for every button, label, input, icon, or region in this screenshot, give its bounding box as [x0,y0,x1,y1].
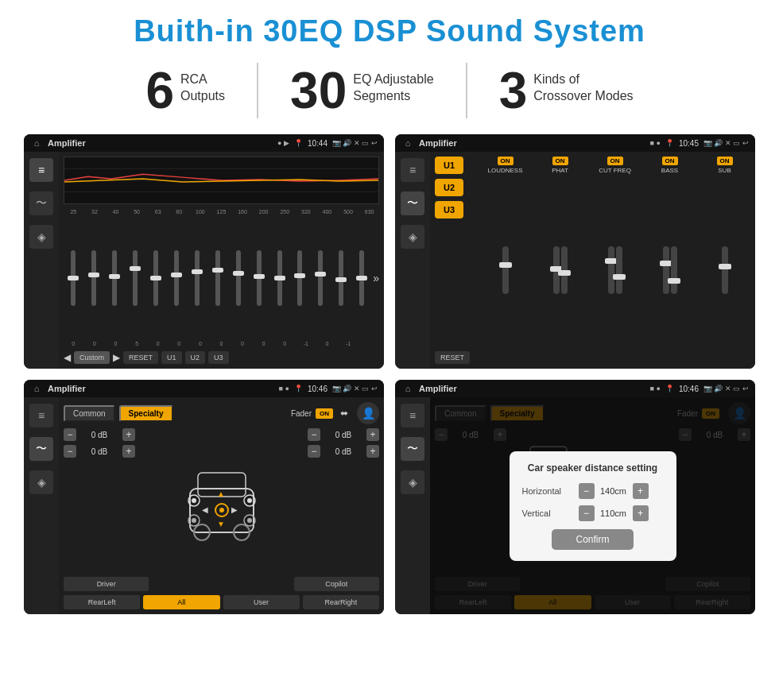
screen2-content: ≡ 〜 ◈ U1 U2 U3 RESET [395,152,755,369]
amp-u3-btn[interactable]: U3 [435,201,463,219]
sidebar-speaker-icon[interactable]: ◈ [29,225,53,249]
bass-slider-1[interactable] [663,246,669,294]
fader-minus-1[interactable]: − [64,428,76,441]
screen1-content: ≡ 〜 ◈ [24,152,384,369]
eq-slider-6[interactable] [188,218,207,338]
dialog-box: Car speaker distance setting Horizontal … [510,451,676,561]
eq-sliders: » [64,218,379,338]
sidebar-wave-icon[interactable]: 〜 [29,191,53,215]
sidebar3-eq-icon[interactable]: ≡ [29,404,53,427]
eq-slider-12[interactable] [311,218,330,338]
screen-eq: ⌂ Amplifier ● ▶ 📍 10:44 📷 🔊 ✕ ▭ ↩ ≡ 〜 ◈ [24,134,384,369]
eq-slider-2[interactable] [105,218,124,338]
eq-expand-btn[interactable]: » [373,272,379,284]
amp-u1-btn[interactable]: U1 [435,157,463,174]
screen2-dots: ■ ● [650,139,661,147]
fader-slider-icon: ⬌ [340,408,348,419]
specialty-tab[interactable]: Specialty [119,405,173,422]
screenshots-grid: ⌂ Amplifier ● ▶ 📍 10:44 📷 🔊 ✕ ▭ ↩ ≡ 〜 ◈ [24,134,755,614]
screen2-sidebar: ≡ 〜 ◈ [395,152,430,369]
vertical-plus-btn[interactable]: + [633,505,649,521]
sidebar2-wave-icon[interactable]: 〜 [401,191,424,215]
horizontal-minus-btn[interactable]: − [579,483,595,499]
eq-slider-1[interactable] [84,218,103,338]
eq-u1-btn[interactable]: U1 [161,351,182,364]
phat-slider-2[interactable] [561,246,568,294]
eq-slider-4[interactable] [146,218,165,338]
eq-slider-10[interactable] [270,218,289,338]
eq-u3-btn[interactable]: U3 [208,351,229,364]
rearleft-btn[interactable]: RearLeft [64,595,140,609]
fader-car-diagram: ▲ ▼ ◀ ▶ [141,428,301,573]
eq-custom-btn[interactable]: Custom [74,351,110,364]
status-bar-2: ⌂ Amplifier ■ ● 📍 10:45 📷 🔊 ✕ ▭ ↩ [395,134,755,152]
eq-slider-7[interactable] [208,218,227,338]
eq-next-arrow[interactable]: ▶ [113,352,120,363]
user-btn[interactable]: User [223,595,300,609]
stat-rca: 6 RCAOutputs [114,65,257,116]
svg-point-13 [192,518,196,523]
sidebar-eq-icon[interactable]: ≡ [29,158,53,182]
screen-dialog: ⌂ Amplifier ■ ● 📍 10:46 📷 🔊 ✕ ▭ ↩ ≡ 〜 ◈ … [395,380,755,614]
bass-on-badge: ON [662,157,678,165]
eq-prev-arrow[interactable]: ◀ [64,352,71,363]
confirm-button[interactable]: Confirm [552,529,633,550]
fader-plus-3[interactable]: + [366,428,379,441]
eq-slider-11[interactable] [290,218,309,338]
rearright-btn[interactable]: RearRight [303,595,379,609]
eq-slider-13[interactable] [331,218,351,338]
common-tab[interactable]: Common [64,405,115,422]
eq-slider-5[interactable] [167,218,186,338]
fader-minus-4[interactable]: − [308,445,320,458]
dialog-horizontal-row: Horizontal − 140cm + [522,483,664,499]
sidebar4-speaker-icon[interactable]: ◈ [401,470,424,494]
amp-u2-btn[interactable]: U2 [435,179,463,196]
sidebar3-speaker-icon[interactable]: ◈ [29,470,53,494]
cutfreq-slider-2[interactable] [616,246,622,294]
dialog-overlay: Car speaker distance setting Horizontal … [430,397,755,614]
amp-loudness: ON LOUDNESS [479,157,531,364]
eq-slider-3[interactable] [126,218,145,338]
dialog-vertical-stepper: − 110cm + [579,505,649,521]
driver-btn[interactable]: Driver [64,577,149,591]
bass-slider-2[interactable] [671,246,677,294]
loudness-slider-1[interactable] [502,246,509,294]
copilot-btn[interactable]: Copilot [294,577,379,591]
loudness-sliders [502,176,509,364]
sub-on-badge: ON [717,157,733,165]
vertical-minus-btn[interactable]: − [579,505,595,521]
eq-slider-8[interactable] [229,218,248,338]
svg-text:▶: ▶ [231,505,238,514]
fader-plus-4[interactable]: + [366,445,379,458]
fader-minus-2[interactable]: − [64,445,76,458]
sidebar2-eq-icon[interactable]: ≡ [401,158,424,182]
fader-avatar-icon[interactable]: 👤 [357,402,379,424]
phat-on-badge: ON [552,157,568,165]
cutfreq-slider-1[interactable] [608,246,614,294]
sidebar4-wave-icon[interactable]: 〜 [401,437,424,461]
all-btn[interactable]: All [143,595,219,609]
eq-reset-btn[interactable]: RESET [123,351,158,364]
fader-plus-1[interactable]: + [122,428,135,441]
stat-crossover: 3 Kinds ofCrossover Modes [467,65,665,116]
fader-plus-2[interactable]: + [122,445,135,458]
stat-eq: 30 EQ AdjustableSegments [258,65,466,116]
eq-u2-btn[interactable]: U2 [185,351,206,364]
phat-sliders [553,176,568,364]
screen3-content: ≡ 〜 ◈ Common Specialty Fader ON ⬌ 👤 [24,397,384,614]
sidebar4-eq-icon[interactable]: ≡ [401,404,424,427]
sidebar2-speaker-icon[interactable]: ◈ [401,225,424,249]
fader-minus-3[interactable]: − [308,428,320,441]
eq-slider-0[interactable] [64,218,83,338]
horizontal-plus-btn[interactable]: + [633,483,649,499]
amp-body: U1 U2 U3 RESET ON LOUDNESS [435,157,750,364]
main-title: Buith-in 30EQ DSP Sound System [24,14,755,48]
sub-slider-1[interactable] [722,246,728,294]
sidebar3-wave-icon[interactable]: 〜 [29,437,53,461]
eq-slider-9[interactable] [250,218,269,338]
status-bar-3: ⌂ Amplifier ■ ● 📍 10:46 📷 🔊 ✕ ▭ ↩ [24,380,384,397]
screen3-dots: ■ ● [279,385,289,393]
amp-reset-btn[interactable]: RESET [435,351,470,364]
home-icon-1: ⌂ [30,137,43,149]
eq-slider-14[interactable] [352,218,371,338]
